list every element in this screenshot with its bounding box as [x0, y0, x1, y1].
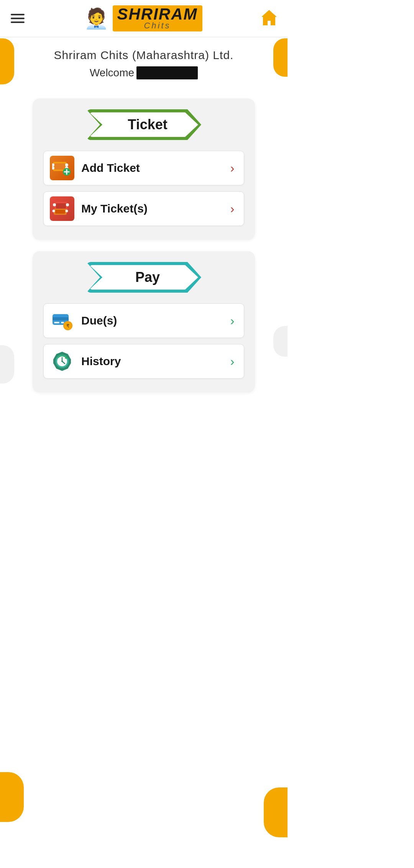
history-chevron-icon: › [227, 356, 238, 367]
my-tickets-icon [50, 196, 74, 221]
pay-header-label: Pay [128, 269, 160, 285]
pay-card-header: Pay [43, 262, 244, 293]
logo-banner: SHRIRAM Chits [113, 5, 202, 31]
pay-ribbon-button[interactable]: Pay [86, 262, 201, 293]
history-item[interactable]: History › [43, 344, 244, 379]
pay-card: Pay ₹ Due(s) › [33, 251, 255, 392]
svg-rect-3 [54, 163, 65, 170]
deco-blob-left-bot [0, 772, 24, 822]
logo-shriram-text: SHRIRAM [117, 6, 198, 22]
dues-icon: ₹ [50, 308, 74, 333]
svg-rect-12 [56, 203, 66, 209]
dues-label: Due(s) [81, 314, 227, 327]
welcome-user-name-redacted [136, 66, 198, 79]
deco-blob-right-mid [273, 326, 288, 357]
logo: 🧑‍💼 SHRIRAM Chits [84, 5, 202, 31]
ticket-header-label: Ticket [120, 117, 167, 133]
ticket-card-header: Ticket [43, 109, 244, 140]
logo-chits-text: Chits [144, 21, 171, 31]
svg-point-31 [61, 361, 63, 362]
welcome-label: Welcome [90, 67, 134, 79]
svg-rect-20 [53, 317, 69, 320]
svg-rect-16 [55, 210, 65, 214]
svg-rect-1 [267, 12, 271, 17]
add-ticket-item[interactable]: Add Ticket › [43, 151, 244, 185]
company-name: Shriram Chits (Maharashtra) Ltd. [8, 49, 280, 62]
logo-figure-icon: 🧑‍💼 [84, 8, 109, 28]
svg-text:₹: ₹ [66, 323, 69, 329]
hamburger-menu-button[interactable] [9, 12, 26, 25]
welcome-section: Shriram Chits (Maharashtra) Ltd. Welcome [0, 37, 288, 87]
welcome-row: Welcome [8, 66, 280, 79]
add-ticket-chevron-icon: › [227, 163, 238, 173]
history-label: History [81, 355, 227, 368]
my-tickets-chevron-icon: › [227, 203, 238, 214]
deco-blob-right-bot [264, 787, 288, 837]
add-ticket-icon [50, 156, 74, 180]
svg-rect-22 [61, 322, 64, 323]
app-header: 🧑‍💼 SHRIRAM Chits [0, 0, 288, 37]
svg-point-13 [53, 203, 56, 206]
my-tickets-item[interactable]: My Ticket(s) › [43, 191, 244, 226]
history-icon [50, 349, 74, 374]
add-ticket-label: Add Ticket [81, 161, 227, 175]
svg-point-18 [66, 210, 68, 212]
svg-rect-21 [54, 322, 59, 323]
svg-point-14 [66, 203, 69, 206]
my-tickets-label: My Ticket(s) [81, 202, 227, 215]
svg-point-5 [65, 163, 68, 166]
home-button[interactable] [260, 8, 278, 28]
ticket-ribbon-button[interactable]: Ticket [86, 109, 201, 140]
ticket-card: Ticket Add Ticket › [33, 99, 255, 240]
dues-chevron-icon: › [227, 315, 238, 326]
svg-point-17 [53, 210, 55, 212]
deco-blob-left-mid [0, 345, 14, 384]
dues-item[interactable]: ₹ Due(s) › [43, 303, 244, 338]
home-icon [260, 8, 278, 27]
